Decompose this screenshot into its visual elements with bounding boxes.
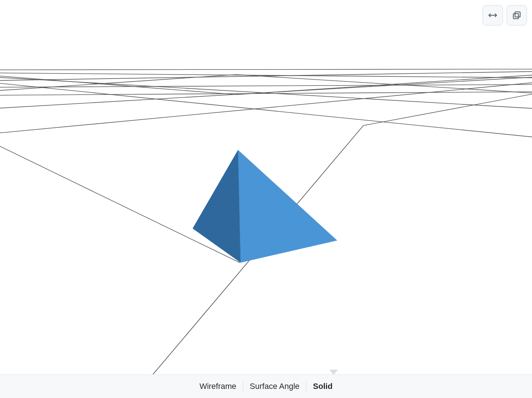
popout-icon: [512, 10, 522, 20]
active-mode-caret-icon: [329, 370, 338, 375]
svg-line-7: [0, 81, 532, 135]
tetrahedron: [193, 150, 337, 263]
svg-line-4: [0, 92, 532, 95]
expand-horizontal-icon: [488, 10, 498, 20]
render-mode-bar: Wireframe Surface Angle Solid: [0, 374, 532, 398]
svg-marker-17: [238, 150, 337, 263]
viewer-toolbar: [483, 5, 527, 25]
popout-button[interactable]: [507, 5, 527, 25]
expand-horizontal-button[interactable]: [483, 5, 503, 25]
svg-line-0: [0, 69, 532, 70]
mode-surface-angle[interactable]: Surface Angle: [243, 380, 306, 393]
svg-rect-22: [513, 13, 519, 19]
svg-marker-18: [193, 150, 241, 263]
svg-line-14: [363, 92, 532, 126]
mode-solid[interactable]: Solid: [306, 380, 339, 393]
mode-wireframe[interactable]: Wireframe: [193, 380, 243, 393]
svg-rect-21: [515, 12, 520, 17]
viewport-canvas: [0, 0, 532, 398]
svg-line-15: [0, 138, 240, 263]
model-viewport[interactable]: [0, 0, 532, 398]
svg-line-1: [0, 73, 532, 78]
render-mode-group: Wireframe Surface Angle Solid: [193, 380, 339, 393]
svg-line-2: [0, 71, 532, 81]
